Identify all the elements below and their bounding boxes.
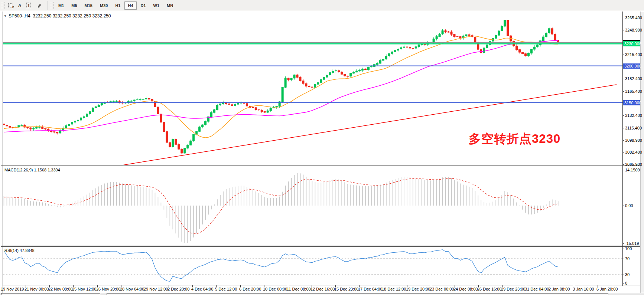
candle-up [172,139,174,147]
date-tick-mark [335,285,336,287]
price-tick-mark [622,128,624,128]
timeframe-button-d1[interactable]: D1 [137,1,149,10]
panel-separator[interactable] [1,246,640,246]
macd-tick-label: -15.019 [625,241,643,246]
timeframe-button-m1[interactable]: M1 [55,1,67,10]
date-tick-mark [73,285,74,287]
candle-up [101,104,103,105]
date-tick-mark [550,285,550,287]
candle-down [519,50,521,52]
chart-annotation-text[interactable]: 多空转折点3230 [469,131,560,147]
candle-down [459,37,461,38]
toolbar-drag-handle[interactable] [51,2,53,9]
date-label: 26 Dec 16:00 [477,287,501,291]
indicator-grid-icon[interactable]: F [6,1,15,10]
chart-tab[interactable] [107,293,608,295]
date-label: 5 Dec 12:00 [215,287,237,291]
candle-up [329,72,331,75]
chart-tab[interactable] [1,293,100,295]
candle-up [323,77,325,79]
chevron-down-icon[interactable]: ▼ [4,14,7,18]
toolbar-drag-handle[interactable] [2,2,4,9]
rsi-tick-mark [622,259,624,259]
candle-up [465,35,467,36]
candle-up [391,52,393,53]
candle-up [136,100,138,100]
mt4-window: F A T ▼ M1M5M15M30H1H4D1W1MN ▼SP500 [0,0,644,295]
candle-up [379,60,381,63]
timeframe-button-w1[interactable]: W1 [150,1,163,10]
date-label: 28 Nov 04:00 [120,287,144,291]
candle-up [86,114,88,117]
candle-down [341,72,343,75]
date-tick-mark [478,285,479,287]
date-tick-mark [26,285,26,287]
candle-up [65,125,67,128]
candle-down [522,52,524,54]
label-tool-icon[interactable]: A [15,1,24,10]
macd-panel[interactable] [3,166,622,246]
date-tick-mark [407,285,407,287]
candle-up [187,145,189,148]
candle-down [175,139,177,144]
candle-down [228,104,230,105]
moving-average-orange[interactable] [4,36,558,138]
candle-up [237,103,239,104]
date-tick-mark [264,285,264,287]
date-label: 3 Jan 16:00 [573,287,594,291]
candle-up [202,125,204,127]
moving-average-magenta[interactable] [4,40,558,132]
price-badge-3150.000[interactable]: 3150.000 [623,100,640,105]
candle-up [400,47,402,49]
arrows-tool-icon[interactable]: ▼ [33,1,46,10]
date-tick-mark [145,285,145,287]
date-label: 11 Dec 08:00 [287,287,311,291]
date-tick-mark [121,285,121,287]
macd-tick-mark [622,206,624,206]
price-tick-mark [622,30,624,30]
candle-down [51,131,52,132]
candle-up [548,29,550,33]
trendline[interactable] [123,85,617,165]
candle-up [486,45,488,48]
rsi-panel[interactable] [3,247,622,285]
candle-up [385,56,387,59]
candle-down [53,132,55,132]
chart-title-ohlc: 3232.250 3232.250 3232.250 3232.250 [33,13,111,19]
timeframe-button-h1[interactable]: H1 [112,1,124,10]
date-label: 18 Dec 12:00 [382,287,406,291]
price-badge-3200.000[interactable]: 3200.000 [623,63,640,69]
date-label: 31 Dec 04:00 [525,287,549,291]
macd-signal-line [4,178,558,234]
chart-title-symbol: SP500-,H4 [9,13,30,19]
timeframe-button-mn[interactable]: MN [163,1,176,10]
timeframe-button-h4[interactable]: H4 [124,1,136,10]
candle-down [258,109,260,110]
text-tool-icon[interactable]: T [24,1,33,10]
candle-up [335,71,337,71]
candle-up [214,110,215,113]
timeframe-button-m30[interactable]: M30 [97,1,111,10]
timeframe-button-m5[interactable]: M5 [68,1,80,10]
candle-up [314,84,316,87]
macd-tick-mark [622,170,624,170]
price-badge-3230.000[interactable]: 3230.000 [623,41,640,46]
timeframe-button-m15[interactable]: M15 [81,1,96,10]
candle-up [33,128,35,129]
date-tick-mark [288,285,288,287]
date-label: 26 Nov 20:00 [96,287,120,291]
candle-down [409,47,411,48]
candle-down [365,69,367,70]
candle-up [530,49,532,53]
chart-title[interactable]: ▼SP500-,H4 3232.250 3232.250 3232.250 32… [4,13,111,19]
date-label: 17 Dec 04:00 [358,287,382,291]
date-tick-mark [598,285,598,287]
panel-separator[interactable] [1,165,640,165]
date-label: 21 Nov 00:00 [25,287,49,291]
candle-up [368,67,370,69]
candle-up [68,124,70,125]
window-border-left-outer [1,12,1,293]
price-tick-label: 3182.400 [625,76,643,81]
price-tick-label: 3115.400 [625,126,643,130]
candle-down [296,75,298,78]
